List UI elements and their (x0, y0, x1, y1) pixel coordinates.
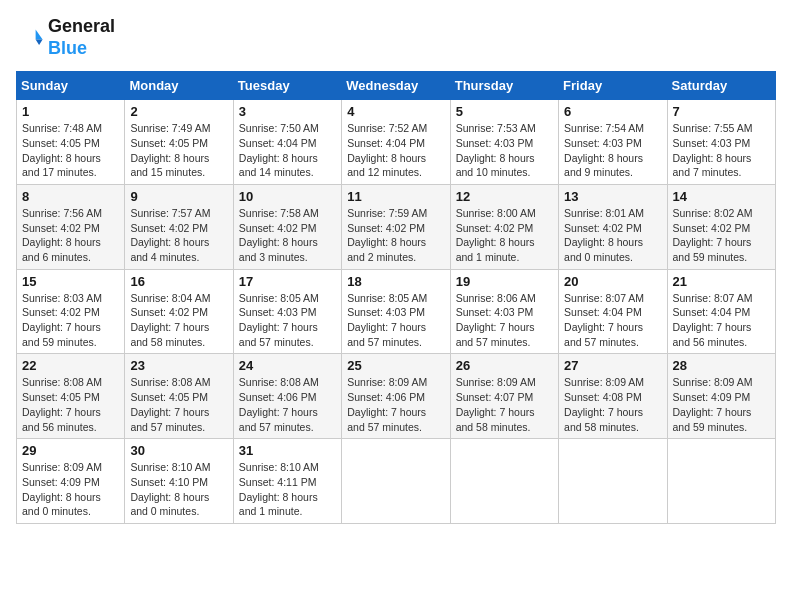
day-number: 12 (456, 189, 553, 204)
calendar-cell: 6 Sunrise: 7:54 AM Sunset: 4:03 PM Dayli… (559, 100, 667, 185)
calendar-col-header: Thursday (450, 72, 558, 100)
calendar-cell: 8 Sunrise: 7:56 AM Sunset: 4:02 PM Dayli… (17, 184, 125, 269)
day-info: Sunrise: 7:57 AM Sunset: 4:02 PM Dayligh… (130, 206, 227, 265)
calendar-cell: 15 Sunrise: 8:03 AM Sunset: 4:02 PM Dayl… (17, 269, 125, 354)
calendar-cell: 27 Sunrise: 8:09 AM Sunset: 4:08 PM Dayl… (559, 354, 667, 439)
day-info: Sunrise: 8:09 AM Sunset: 4:09 PM Dayligh… (22, 460, 119, 519)
day-info: Sunrise: 8:05 AM Sunset: 4:03 PM Dayligh… (347, 291, 444, 350)
logo-text: General Blue (48, 16, 115, 59)
calendar-cell: 5 Sunrise: 7:53 AM Sunset: 4:03 PM Dayli… (450, 100, 558, 185)
calendar-col-header: Sunday (17, 72, 125, 100)
day-number: 22 (22, 358, 119, 373)
logo-icon (16, 24, 44, 52)
calendar-cell: 24 Sunrise: 8:08 AM Sunset: 4:06 PM Dayl… (233, 354, 341, 439)
day-number: 2 (130, 104, 227, 119)
day-info: Sunrise: 8:07 AM Sunset: 4:04 PM Dayligh… (564, 291, 661, 350)
day-info: Sunrise: 7:49 AM Sunset: 4:05 PM Dayligh… (130, 121, 227, 180)
calendar-week-row: 29 Sunrise: 8:09 AM Sunset: 4:09 PM Dayl… (17, 439, 776, 524)
day-number: 13 (564, 189, 661, 204)
calendar-cell: 19 Sunrise: 8:06 AM Sunset: 4:03 PM Dayl… (450, 269, 558, 354)
svg-marker-0 (36, 29, 43, 39)
day-info: Sunrise: 8:09 AM Sunset: 4:07 PM Dayligh… (456, 375, 553, 434)
day-number: 19 (456, 274, 553, 289)
day-number: 9 (130, 189, 227, 204)
day-info: Sunrise: 8:10 AM Sunset: 4:11 PM Dayligh… (239, 460, 336, 519)
day-info: Sunrise: 7:48 AM Sunset: 4:05 PM Dayligh… (22, 121, 119, 180)
day-number: 7 (673, 104, 770, 119)
day-number: 23 (130, 358, 227, 373)
day-number: 6 (564, 104, 661, 119)
day-number: 16 (130, 274, 227, 289)
calendar-cell: 7 Sunrise: 7:55 AM Sunset: 4:03 PM Dayli… (667, 100, 775, 185)
day-info: Sunrise: 8:00 AM Sunset: 4:02 PM Dayligh… (456, 206, 553, 265)
day-info: Sunrise: 8:04 AM Sunset: 4:02 PM Dayligh… (130, 291, 227, 350)
day-number: 18 (347, 274, 444, 289)
day-number: 14 (673, 189, 770, 204)
day-number: 24 (239, 358, 336, 373)
page-header: General Blue (16, 16, 776, 59)
calendar-col-header: Monday (125, 72, 233, 100)
calendar-cell: 9 Sunrise: 7:57 AM Sunset: 4:02 PM Dayli… (125, 184, 233, 269)
day-number: 11 (347, 189, 444, 204)
day-number: 1 (22, 104, 119, 119)
calendar-cell: 31 Sunrise: 8:10 AM Sunset: 4:11 PM Dayl… (233, 439, 341, 524)
day-number: 4 (347, 104, 444, 119)
calendar-col-header: Friday (559, 72, 667, 100)
calendar-cell (342, 439, 450, 524)
day-info: Sunrise: 8:03 AM Sunset: 4:02 PM Dayligh… (22, 291, 119, 350)
day-info: Sunrise: 7:56 AM Sunset: 4:02 PM Dayligh… (22, 206, 119, 265)
day-info: Sunrise: 8:08 AM Sunset: 4:05 PM Dayligh… (22, 375, 119, 434)
calendar-col-header: Wednesday (342, 72, 450, 100)
calendar-cell: 20 Sunrise: 8:07 AM Sunset: 4:04 PM Dayl… (559, 269, 667, 354)
day-number: 31 (239, 443, 336, 458)
day-number: 5 (456, 104, 553, 119)
day-number: 20 (564, 274, 661, 289)
day-info: Sunrise: 8:09 AM Sunset: 4:09 PM Dayligh… (673, 375, 770, 434)
calendar-week-row: 15 Sunrise: 8:03 AM Sunset: 4:02 PM Dayl… (17, 269, 776, 354)
day-info: Sunrise: 8:05 AM Sunset: 4:03 PM Dayligh… (239, 291, 336, 350)
calendar-cell: 18 Sunrise: 8:05 AM Sunset: 4:03 PM Dayl… (342, 269, 450, 354)
day-info: Sunrise: 8:09 AM Sunset: 4:06 PM Dayligh… (347, 375, 444, 434)
day-info: Sunrise: 8:08 AM Sunset: 4:05 PM Dayligh… (130, 375, 227, 434)
day-number: 3 (239, 104, 336, 119)
day-info: Sunrise: 7:55 AM Sunset: 4:03 PM Dayligh… (673, 121, 770, 180)
calendar-cell: 11 Sunrise: 7:59 AM Sunset: 4:02 PM Dayl… (342, 184, 450, 269)
day-info: Sunrise: 8:07 AM Sunset: 4:04 PM Dayligh… (673, 291, 770, 350)
calendar-cell: 23 Sunrise: 8:08 AM Sunset: 4:05 PM Dayl… (125, 354, 233, 439)
day-info: Sunrise: 8:08 AM Sunset: 4:06 PM Dayligh… (239, 375, 336, 434)
calendar-cell (559, 439, 667, 524)
calendar-table: SundayMondayTuesdayWednesdayThursdayFrid… (16, 71, 776, 524)
day-number: 25 (347, 358, 444, 373)
calendar-header-row: SundayMondayTuesdayWednesdayThursdayFrid… (17, 72, 776, 100)
day-info: Sunrise: 7:54 AM Sunset: 4:03 PM Dayligh… (564, 121, 661, 180)
day-number: 29 (22, 443, 119, 458)
day-info: Sunrise: 8:06 AM Sunset: 4:03 PM Dayligh… (456, 291, 553, 350)
day-number: 8 (22, 189, 119, 204)
calendar-cell: 14 Sunrise: 8:02 AM Sunset: 4:02 PM Dayl… (667, 184, 775, 269)
day-info: Sunrise: 8:10 AM Sunset: 4:10 PM Dayligh… (130, 460, 227, 519)
calendar-cell: 3 Sunrise: 7:50 AM Sunset: 4:04 PM Dayli… (233, 100, 341, 185)
calendar-col-header: Tuesday (233, 72, 341, 100)
calendar-cell: 13 Sunrise: 8:01 AM Sunset: 4:02 PM Dayl… (559, 184, 667, 269)
logo: General Blue (16, 16, 115, 59)
calendar-cell: 1 Sunrise: 7:48 AM Sunset: 4:05 PM Dayli… (17, 100, 125, 185)
day-number: 26 (456, 358, 553, 373)
calendar-cell (450, 439, 558, 524)
day-info: Sunrise: 7:52 AM Sunset: 4:04 PM Dayligh… (347, 121, 444, 180)
calendar-cell: 25 Sunrise: 8:09 AM Sunset: 4:06 PM Dayl… (342, 354, 450, 439)
day-number: 27 (564, 358, 661, 373)
calendar-cell: 12 Sunrise: 8:00 AM Sunset: 4:02 PM Dayl… (450, 184, 558, 269)
calendar-cell: 4 Sunrise: 7:52 AM Sunset: 4:04 PM Dayli… (342, 100, 450, 185)
calendar-cell: 26 Sunrise: 8:09 AM Sunset: 4:07 PM Dayl… (450, 354, 558, 439)
day-info: Sunrise: 7:59 AM Sunset: 4:02 PM Dayligh… (347, 206, 444, 265)
calendar-cell: 28 Sunrise: 8:09 AM Sunset: 4:09 PM Dayl… (667, 354, 775, 439)
calendar-cell: 10 Sunrise: 7:58 AM Sunset: 4:02 PM Dayl… (233, 184, 341, 269)
day-info: Sunrise: 7:50 AM Sunset: 4:04 PM Dayligh… (239, 121, 336, 180)
day-number: 28 (673, 358, 770, 373)
day-info: Sunrise: 8:01 AM Sunset: 4:02 PM Dayligh… (564, 206, 661, 265)
day-number: 10 (239, 189, 336, 204)
calendar-cell: 29 Sunrise: 8:09 AM Sunset: 4:09 PM Dayl… (17, 439, 125, 524)
calendar-week-row: 8 Sunrise: 7:56 AM Sunset: 4:02 PM Dayli… (17, 184, 776, 269)
calendar-col-header: Saturday (667, 72, 775, 100)
day-number: 17 (239, 274, 336, 289)
